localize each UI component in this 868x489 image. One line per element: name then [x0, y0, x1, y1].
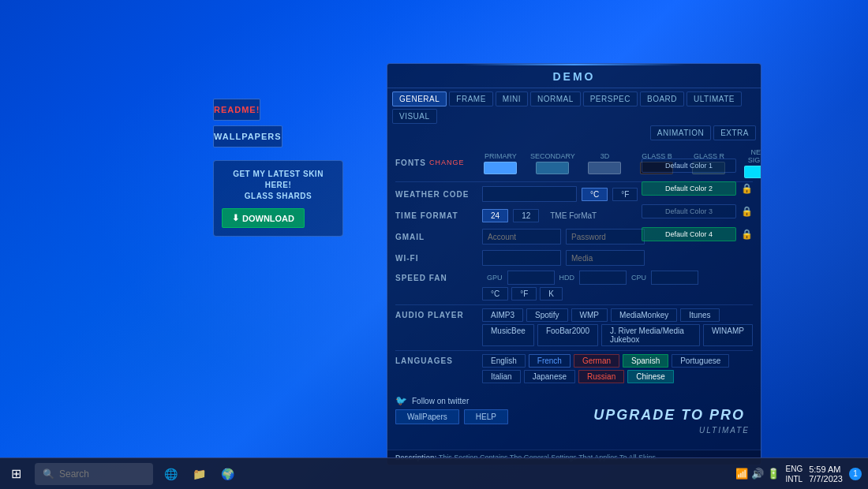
gmail-password-input[interactable]: [566, 229, 645, 244]
tab-extra[interactable]: EXTRA: [713, 125, 756, 140]
lang-russian[interactable]: Russian: [578, 370, 624, 383]
content-area: FONTS CHANGE PRIMARY SECONDARY 3D GLASS …: [387, 144, 761, 392]
default-color-row-3: Default Color 3 🔒: [642, 204, 753, 218]
lang-italian[interactable]: Italian: [482, 370, 521, 383]
wallpapers-link[interactable]: WallPapers: [395, 409, 459, 424]
temp-kelvin-btn[interactable]: K: [540, 287, 563, 300]
celsius-button[interactable]: °C: [582, 188, 608, 201]
audio-player-label: Audio Player: [395, 308, 482, 319]
ultimate-badge: ULTIMATE: [699, 426, 750, 435]
tab-visual[interactable]: VISUAL: [392, 109, 437, 124]
lang-spanish[interactable]: Spanish: [623, 354, 668, 368]
default-color-2-button[interactable]: Default Color 2: [642, 181, 736, 196]
24h-button[interactable]: 24: [482, 209, 508, 222]
audio-spotify[interactable]: Spotify: [526, 308, 568, 322]
audio-foobar[interactable]: FooBar2000: [537, 324, 598, 346]
12h-button[interactable]: 12: [513, 209, 539, 222]
color-swatch-primary[interactable]: [484, 162, 517, 174]
taskbar-search[interactable]: 🔍: [35, 463, 153, 485]
taskbar-files-icon[interactable]: 📁: [186, 461, 211, 487]
taskbar-pinned-icons: 🌐 📁 🌍: [158, 461, 240, 487]
tab-frame[interactable]: FRAME: [449, 91, 493, 106]
lang-english[interactable]: English: [482, 354, 526, 368]
tab-board[interactable]: BOARD: [640, 91, 684, 106]
readme-button[interactable]: README!: [213, 99, 260, 121]
gmail-account-input[interactable]: [482, 229, 561, 244]
wifi-options: [482, 250, 753, 266]
default-color-4-button[interactable]: Default Color 4: [642, 227, 736, 241]
color-label-primary: PRIMARY: [477, 152, 524, 160]
speedfan-gpu-label: GPU: [487, 274, 503, 282]
audio-itunes[interactable]: Itunes: [680, 308, 719, 322]
fahrenheit-button[interactable]: °F: [612, 188, 638, 201]
tab-general[interactable]: GENERAL: [392, 91, 447, 106]
audio-aimp3[interactable]: AIMP3: [482, 308, 523, 322]
wifi-input-2[interactable]: [566, 250, 645, 266]
languages-row: Languages English French German Spanish …: [395, 354, 753, 383]
audio-jriver[interactable]: J. River Media/Media Jukebox: [601, 324, 700, 346]
lock-icon-2: 🔒: [741, 183, 753, 194]
twitter-icon: 🐦: [395, 395, 407, 406]
default-color-3-button[interactable]: Default Color 3: [642, 204, 736, 218]
wifi-tray-icon: 📶: [735, 468, 748, 480]
battery-tray-icon: 🔋: [767, 468, 780, 480]
start-button[interactable]: ⊞: [0, 458, 32, 490]
time-format-label: TIME FORMAT: [395, 211, 482, 220]
tab-normal[interactable]: NORMAL: [530, 91, 581, 106]
speedfan-hdd-label: HDD: [559, 274, 575, 282]
audio-wmp[interactable]: WMP: [571, 308, 608, 322]
default-color-row-1: Default Color 1: [642, 159, 753, 173]
speedfan-hdd-input[interactable]: [579, 271, 627, 285]
weather-label: WEATHER CODE: [395, 190, 482, 199]
upgrade-banner[interactable]: UPGRADE TO PRO: [593, 407, 745, 424]
fonts-label: FONTS: [395, 159, 426, 167]
speedfan-label: SPEED FAN: [395, 274, 482, 282]
languages-label: Languages: [395, 354, 482, 365]
lang-row-1: English French German Spanish Portuguese: [482, 354, 729, 368]
search-input[interactable]: [59, 468, 130, 480]
wallpapers-button-left[interactable]: WallPapers: [213, 125, 282, 147]
fonts-change-button[interactable]: CHANGE: [429, 159, 465, 166]
taskbar-app-icon[interactable]: 🌍: [215, 461, 240, 487]
help-link[interactable]: HELP: [464, 409, 508, 424]
lang-german[interactable]: German: [574, 354, 619, 368]
left-panel: README! WallPapers GET MY LATEST SKIN HE…: [213, 99, 343, 237]
audio-winamp[interactable]: WINAMP: [703, 324, 753, 346]
speedfan-gpu-input[interactable]: [507, 271, 555, 285]
tab-animation[interactable]: ANIMATION: [650, 125, 711, 140]
lang-french[interactable]: French: [529, 354, 571, 368]
temp-celsius-btn[interactable]: °C: [482, 287, 508, 300]
default-color-1-button[interactable]: Default Color 1: [642, 159, 736, 173]
taskbar: ⊞ 🔍 🌐 📁 🌍 📶 🔊 🔋 ENG INTL 5:59 AM 7/7/202…: [0, 457, 868, 489]
download-icon: ⬇: [232, 213, 239, 223]
tab-ultimate[interactable]: ULTIMATE: [687, 91, 742, 106]
audio-mediamonkey[interactable]: MediaMonkey: [611, 308, 677, 322]
audio-row-1: AIMP3 Spotify WMP MediaMonkey Itunes: [482, 308, 753, 322]
download-button[interactable]: ⬇ DOWNLOAD: [222, 208, 305, 228]
color-swatch-3d[interactable]: [588, 162, 621, 174]
panel-title: DEMO: [387, 64, 761, 88]
notification-badge[interactable]: 1: [849, 468, 862, 480]
search-icon: 🔍: [43, 468, 54, 480]
speedfan-cpu-label: CPU: [631, 274, 646, 282]
lang-japanese[interactable]: Japanese: [524, 370, 575, 383]
tab-mini[interactable]: MINI: [496, 91, 528, 106]
speedfan-cpu-input[interactable]: [651, 271, 698, 285]
tabs-row-2: ANIMATION EXTRA: [387, 125, 761, 144]
audio-row-2: MusicBee FooBar2000 J. River Media/Media…: [482, 324, 753, 346]
color-label-3d: 3D: [581, 152, 628, 160]
taskbar-right: 📶 🔊 🔋 ENG INTL 5:59 AM 7/7/2023 1: [735, 464, 869, 484]
download-title: GET MY LATEST SKIN HERE!GLASS SHARDS: [222, 169, 335, 202]
lang-chinese[interactable]: Chinese: [627, 370, 674, 383]
twitter-follow-link[interactable]: Follow on twitter: [412, 397, 469, 405]
audio-musicbee[interactable]: MusicBee: [482, 324, 534, 346]
tabs-row-1: GENERAL FRAME MINI NORMAL PERSPEC BOARD …: [387, 88, 761, 125]
tab-perspec[interactable]: PERSPEC: [583, 91, 638, 106]
wifi-input-1[interactable]: [482, 250, 561, 266]
weather-code-input[interactable]: [482, 186, 577, 202]
lang-portuguese[interactable]: Portuguese: [672, 354, 729, 368]
taskbar-edge-icon[interactable]: 🌐: [158, 461, 183, 487]
default-color-row-4: Default Color 4 🔒: [642, 227, 753, 241]
temp-fahrenheit-btn[interactable]: °F: [511, 287, 537, 300]
color-swatch-secondary[interactable]: [536, 162, 569, 174]
